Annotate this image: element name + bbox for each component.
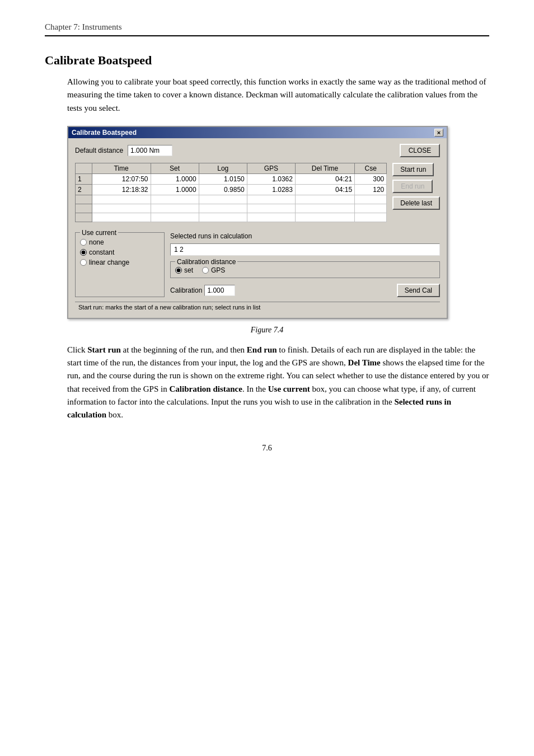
page-number: 7.6: [45, 444, 489, 453]
dialog-wrapper: Calibrate Boatspeed × Default distance C…: [67, 126, 489, 319]
calibration-row: Calibration Send Cal: [170, 284, 440, 297]
intro-text: Allowing you to calibrate your boat spee…: [67, 77, 486, 112]
use-current-groupbox: Use current none constant linear chan: [75, 232, 165, 297]
radio-none-input[interactable]: [80, 239, 87, 246]
table-area: Time Set Log GPS Del Time Cse 1: [75, 163, 440, 228]
runs-table-container: Time Set Log GPS Del Time Cse 1: [75, 163, 387, 228]
radio-none[interactable]: none: [80, 238, 160, 246]
right-panel: Selected runs in calculation 1 2 Calibra…: [170, 232, 440, 297]
dialog-titlebar: Calibrate Boatspeed ×: [68, 127, 447, 138]
col-header-time: Time: [92, 163, 151, 173]
cal-distance-radios: set GPS: [175, 266, 435, 274]
table-row[interactable]: 1 12:07:50 1.0000 1.0150 1.0362 04:21 30…: [76, 173, 387, 184]
col-header-log: Log: [199, 163, 247, 173]
selected-runs-value: 1 2: [174, 246, 184, 253]
radio-gps-input[interactable]: [202, 267, 209, 274]
selected-runs-box[interactable]: 1 2: [170, 243, 440, 256]
use-current-radio-group: none constant linear change: [80, 238, 160, 266]
table-row[interactable]: 2 12:18:32 1.0000 0.9850 1.0283 04:15 12…: [76, 184, 387, 195]
default-distance-area: Default distance: [75, 145, 172, 156]
end-run-button[interactable]: End run: [392, 180, 433, 193]
table-row-empty: [76, 213, 387, 222]
calibration-label-area: Calibration: [170, 285, 235, 296]
dialog-title: Calibrate Boatspeed: [72, 129, 137, 137]
col-header-set: Set: [151, 163, 199, 173]
radio-linear-change[interactable]: linear change: [80, 259, 160, 266]
radio-constant-label: constant: [89, 248, 114, 256]
default-distance-input[interactable]: [128, 145, 172, 156]
dialog-lower: Use current none constant linear chan: [75, 232, 440, 297]
intro-paragraph: Allowing you to calibrate your boat spee…: [67, 76, 489, 115]
runs-table: Time Set Log GPS Del Time Cse 1: [75, 163, 387, 222]
start-run-button[interactable]: Start run: [392, 163, 434, 176]
dialog-top-row: Default distance CLOSE: [75, 144, 440, 157]
radio-none-label: none: [89, 238, 104, 246]
table-row-empty: [76, 195, 387, 204]
action-buttons-col: Start run End run Delete last: [392, 163, 440, 228]
calibration-label: Calibration: [170, 287, 202, 294]
col-header-deltime: Del Time: [295, 163, 354, 173]
radio-set[interactable]: set: [175, 266, 193, 274]
radio-linear-label: linear change: [89, 259, 129, 266]
radio-gps[interactable]: GPS: [202, 266, 225, 274]
status-text: Start run: marks the start of a new cali…: [78, 304, 260, 311]
send-cal-button[interactable]: Send Cal: [397, 284, 440, 297]
radio-set-label: set: [184, 266, 193, 274]
close-button[interactable]: CLOSE: [400, 144, 440, 157]
radio-constant[interactable]: constant: [80, 248, 160, 256]
radio-gps-label: GPS: [211, 266, 225, 274]
calibrate-boatspeed-dialog: Calibrate Boatspeed × Default distance C…: [67, 126, 448, 319]
chapter-header-text: Chapter 7: Instruments: [45, 22, 121, 31]
section-title-text: Calibrate Boatspeed: [45, 53, 152, 67]
radio-linear-input[interactable]: [80, 259, 87, 266]
page-number-text: 7.6: [262, 444, 272, 452]
selected-runs-label: Selected runs in calculation: [170, 232, 440, 240]
cal-distance-legend: Calibration distance: [175, 258, 237, 266]
dialog-close-x-button[interactable]: ×: [434, 129, 443, 137]
radio-constant-input[interactable]: [80, 249, 87, 256]
col-header-gps: GPS: [247, 163, 295, 173]
delete-last-button[interactable]: Delete last: [392, 196, 440, 210]
col-header-cse: Cse: [355, 163, 387, 173]
status-bar: Start run: marks the start of a new cali…: [75, 302, 440, 312]
section-title: Calibrate Boatspeed: [45, 53, 489, 68]
col-header-num: [76, 163, 92, 173]
figure-caption-text: Figure 7.4: [251, 326, 284, 334]
default-distance-label: Default distance: [75, 147, 123, 154]
body-paragraph-2: Click Start run at the beginning of the …: [67, 344, 489, 422]
use-current-legend: Use current: [80, 229, 118, 237]
figure-caption: Figure 7.4: [45, 326, 489, 335]
body-text-2: Click Start run at the beginning of the …: [67, 344, 489, 422]
radio-set-input[interactable]: [175, 267, 182, 274]
dialog-body: Default distance CLOSE Time Set: [68, 138, 447, 318]
chapter-header: Chapter 7: Instruments: [45, 22, 489, 36]
table-row-empty: [76, 204, 387, 213]
calibration-input[interactable]: [204, 285, 235, 296]
cal-distance-groupbox: Calibration distance set GPS: [170, 261, 440, 278]
